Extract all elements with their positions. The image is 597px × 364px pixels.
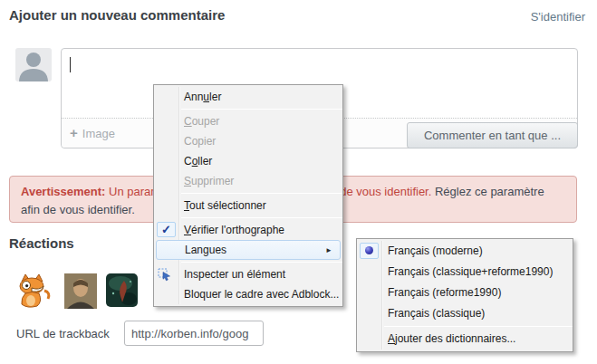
user-silhouette-icon [15,69,52,81]
trackback-label: URL de trackback [16,327,110,340]
menu-item-annuler[interactable]: Annuler [154,87,342,107]
checked-state-frame: ✓ [157,222,176,237]
menu-item-bloquer-adblock[interactable]: Bloquer le cadre avec Adblock... [154,284,342,304]
menu-item-supprimer: Supprimer [154,171,342,191]
radio-selected-icon [365,246,373,254]
user-avatar-placeholder [15,48,52,81]
menu-separator [181,109,342,110]
reaction-avatar-artwork[interactable] [106,273,138,307]
reaction-avatar-portrait[interactable] [64,273,97,309]
menu-separator [181,262,342,263]
submenu-item-ajouter-dictionnaires[interactable]: Ajouter des dictionnaires... [357,329,573,350]
menu-item-inspecter-element[interactable]: Inspecter un élément [154,264,342,284]
menu-separator [384,326,573,327]
submenu-item-francais-classique[interactable]: Français (classique) [357,303,573,324]
menu-item-verifier-orthographe[interactable]: ✓ Vérifier l'orthographe [154,220,342,240]
reactions-title: Réactions [9,235,74,251]
menu-item-coller[interactable]: Coller [154,151,342,171]
attach-image-button[interactable]: +Image [70,125,115,140]
submenu-item-francais-moderne[interactable]: Français (moderne) [357,241,573,262]
reaction-avatar-cat[interactable] [14,273,52,309]
plus-icon: + [70,125,78,140]
submenu-item-francais-classique-reforme1990[interactable]: Français (classique+reforme1990) [357,262,573,283]
menu-separator [181,193,342,194]
text-caret [70,57,71,72]
check-icon: ✓ [158,223,175,237]
signin-link[interactable]: S'identifier [531,10,585,24]
selected-state-frame [360,243,379,259]
submenu-arrow-icon: ► [325,241,332,261]
comment-as-button[interactable]: Commenter en tant que ... [407,122,578,148]
menu-item-langues[interactable]: Langues ► [156,240,341,260]
trackback-url-input[interactable] [124,321,264,346]
menu-item-tout-selectionner[interactable]: Tout sélectionner [154,196,342,216]
languages-submenu: Français (moderne) Français (classique+r… [356,238,573,352]
menu-item-copier: Copier [154,131,342,151]
menu-separator [181,217,342,218]
page-title: Ajouter un nouveau commentaire [9,7,225,23]
menu-item-couper: Couper [154,111,342,131]
warning-prefix: Avertissement: [21,185,105,198]
submenu-item-francais-reforme1990[interactable]: Français (reforme1990) [357,283,573,303]
context-menu: Annuler Couper Copier Coller Supprimer T… [153,84,343,307]
